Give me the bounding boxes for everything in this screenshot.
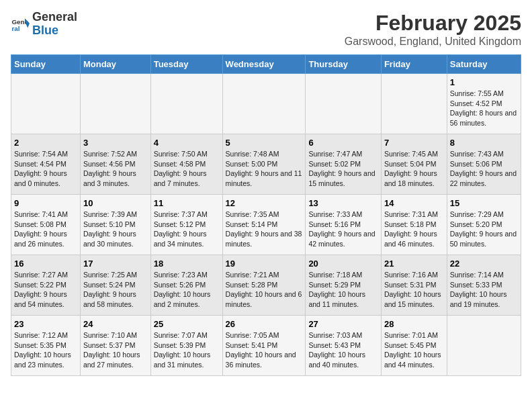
day-info: Sunrise: 7:29 AM Sunset: 5:20 PM Dayligh… [450, 210, 518, 249]
day-number: 18 [154, 259, 220, 269]
day-info: Sunrise: 7:27 AM Sunset: 5:22 PM Dayligh… [14, 270, 77, 310]
calendar-table: Sunday Monday Tuesday Wednesday Thursday… [11, 54, 521, 376]
day-number: 27 [308, 319, 378, 329]
calendar-cell: 18Sunrise: 7:23 AM Sunset: 5:26 PM Dayli… [150, 255, 222, 316]
calendar-cell: 1Sunrise: 7:55 AM Sunset: 4:52 PM Daylig… [447, 74, 521, 134]
calendar-cell: 19Sunrise: 7:21 AM Sunset: 5:28 PM Dayli… [222, 255, 306, 316]
calendar-cell [80, 74, 150, 134]
day-number: 9 [14, 198, 77, 208]
day-number: 3 [83, 138, 148, 148]
day-info: Sunrise: 7:10 AM Sunset: 5:37 PM Dayligh… [83, 330, 148, 370]
day-number: 12 [226, 198, 303, 208]
day-info: Sunrise: 7:55 AM Sunset: 4:52 PM Dayligh… [450, 89, 518, 128]
day-number: 11 [154, 198, 220, 208]
calendar-cell: 24Sunrise: 7:10 AM Sunset: 5:37 PM Dayli… [80, 316, 150, 376]
calendar-cell: 10Sunrise: 7:39 AM Sunset: 5:10 PM Dayli… [80, 195, 150, 255]
calendar-cell [381, 74, 447, 134]
day-info: Sunrise: 7:50 AM Sunset: 4:58 PM Dayligh… [154, 149, 220, 189]
col-sunday: Sunday [11, 55, 81, 74]
day-number: 13 [308, 198, 378, 208]
day-info: Sunrise: 7:35 AM Sunset: 5:14 PM Dayligh… [226, 210, 303, 249]
day-info: Sunrise: 7:18 AM Sunset: 5:29 PM Dayligh… [308, 270, 378, 310]
calendar-cell: 4Sunrise: 7:50 AM Sunset: 4:58 PM Daylig… [150, 134, 222, 195]
day-info: Sunrise: 7:03 AM Sunset: 5:43 PM Dayligh… [308, 330, 378, 370]
day-number: 25 [154, 319, 220, 329]
calendar-cell: 26Sunrise: 7:05 AM Sunset: 5:41 PM Dayli… [222, 316, 306, 376]
day-number: 6 [308, 138, 378, 148]
calendar-cell: 2Sunrise: 7:54 AM Sunset: 4:54 PM Daylig… [11, 134, 81, 195]
calendar-cell: 3Sunrise: 7:52 AM Sunset: 4:56 PM Daylig… [80, 134, 150, 195]
day-number: 15 [450, 198, 518, 208]
day-info: Sunrise: 7:21 AM Sunset: 5:28 PM Dayligh… [226, 270, 303, 310]
day-number: 8 [450, 138, 518, 148]
calendar-cell [222, 74, 306, 134]
calendar-cell: 20Sunrise: 7:18 AM Sunset: 5:29 PM Dayli… [306, 255, 382, 316]
calendar-cell: 16Sunrise: 7:27 AM Sunset: 5:22 PM Dayli… [11, 255, 81, 316]
calendar-week-row: 2Sunrise: 7:54 AM Sunset: 4:54 PM Daylig… [11, 134, 521, 195]
day-info: Sunrise: 7:01 AM Sunset: 5:45 PM Dayligh… [384, 330, 444, 370]
calendar-cell: 7Sunrise: 7:45 AM Sunset: 5:04 PM Daylig… [381, 134, 447, 195]
day-info: Sunrise: 7:54 AM Sunset: 4:54 PM Dayligh… [14, 149, 77, 189]
calendar-cell: 27Sunrise: 7:03 AM Sunset: 5:43 PM Dayli… [306, 316, 382, 376]
calendar-cell: 13Sunrise: 7:33 AM Sunset: 5:16 PM Dayli… [306, 195, 382, 255]
calendar-cell: 9Sunrise: 7:41 AM Sunset: 5:08 PM Daylig… [11, 195, 81, 255]
day-number: 23 [14, 319, 77, 329]
day-number: 7 [384, 138, 444, 148]
day-number: 22 [450, 259, 518, 269]
day-number: 1 [450, 77, 518, 87]
day-info: Sunrise: 7:33 AM Sunset: 5:16 PM Dayligh… [308, 210, 378, 249]
logo-text: General Blue [32, 11, 77, 38]
day-info: Sunrise: 7:14 AM Sunset: 5:33 PM Dayligh… [450, 270, 518, 310]
day-info: Sunrise: 7:12 AM Sunset: 5:35 PM Dayligh… [14, 330, 77, 370]
logo: Gene ral General Blue [11, 11, 77, 38]
day-info: Sunrise: 7:07 AM Sunset: 5:39 PM Dayligh… [154, 330, 220, 370]
calendar-cell: 12Sunrise: 7:35 AM Sunset: 5:14 PM Dayli… [222, 195, 306, 255]
calendar-cell: 17Sunrise: 7:25 AM Sunset: 5:24 PM Dayli… [80, 255, 150, 316]
day-number: 17 [83, 259, 148, 269]
calendar-cell: 25Sunrise: 7:07 AM Sunset: 5:39 PM Dayli… [150, 316, 222, 376]
calendar-cell [306, 74, 382, 134]
page-subtitle: Garswood, England, United Kingdom [345, 36, 521, 48]
col-monday: Monday [80, 55, 150, 74]
calendar-cell: 14Sunrise: 7:31 AM Sunset: 5:18 PM Dayli… [381, 195, 447, 255]
col-friday: Friday [381, 55, 447, 74]
calendar-cell: 28Sunrise: 7:01 AM Sunset: 5:45 PM Dayli… [381, 316, 447, 376]
day-number: 2 [14, 138, 77, 148]
day-info: Sunrise: 7:31 AM Sunset: 5:18 PM Dayligh… [384, 210, 444, 249]
day-number: 21 [384, 259, 444, 269]
calendar-cell: 8Sunrise: 7:43 AM Sunset: 5:06 PM Daylig… [447, 134, 521, 195]
col-thursday: Thursday [306, 55, 382, 74]
col-tuesday: Tuesday [150, 55, 222, 74]
day-info: Sunrise: 7:43 AM Sunset: 5:06 PM Dayligh… [450, 149, 518, 189]
page-title: February 2025 [345, 11, 521, 36]
calendar-cell [11, 74, 81, 134]
calendar-cell [150, 74, 222, 134]
title-block: February 2025 Garswood, England, United … [345, 11, 521, 48]
calendar-week-row: 16Sunrise: 7:27 AM Sunset: 5:22 PM Dayli… [11, 255, 521, 316]
day-number: 19 [226, 259, 303, 269]
day-info: Sunrise: 7:16 AM Sunset: 5:31 PM Dayligh… [384, 270, 444, 310]
day-info: Sunrise: 7:45 AM Sunset: 5:04 PM Dayligh… [384, 149, 444, 189]
svg-text:ral: ral [11, 25, 19, 32]
calendar-cell: 15Sunrise: 7:29 AM Sunset: 5:20 PM Dayli… [447, 195, 521, 255]
calendar-week-row: 1Sunrise: 7:55 AM Sunset: 4:52 PM Daylig… [11, 74, 521, 134]
day-number: 26 [226, 319, 303, 329]
col-saturday: Saturday [447, 55, 521, 74]
day-number: 4 [154, 138, 220, 148]
day-info: Sunrise: 7:25 AM Sunset: 5:24 PM Dayligh… [83, 270, 148, 310]
day-info: Sunrise: 7:39 AM Sunset: 5:10 PM Dayligh… [83, 210, 148, 249]
day-info: Sunrise: 7:41 AM Sunset: 5:08 PM Dayligh… [14, 210, 77, 249]
day-number: 16 [14, 259, 77, 269]
day-info: Sunrise: 7:23 AM Sunset: 5:26 PM Dayligh… [154, 270, 220, 310]
day-info: Sunrise: 7:37 AM Sunset: 5:12 PM Dayligh… [154, 210, 220, 249]
day-number: 20 [308, 259, 378, 269]
calendar-cell: 6Sunrise: 7:47 AM Sunset: 5:02 PM Daylig… [306, 134, 382, 195]
day-info: Sunrise: 7:05 AM Sunset: 5:41 PM Dayligh… [226, 330, 303, 370]
day-number: 28 [384, 319, 444, 329]
calendar-cell: 5Sunrise: 7:48 AM Sunset: 5:00 PM Daylig… [222, 134, 306, 195]
calendar-cell: 11Sunrise: 7:37 AM Sunset: 5:12 PM Dayli… [150, 195, 222, 255]
calendar-cell: 21Sunrise: 7:16 AM Sunset: 5:31 PM Dayli… [381, 255, 447, 316]
day-number: 5 [226, 138, 303, 148]
calendar-cell: 22Sunrise: 7:14 AM Sunset: 5:33 PM Dayli… [447, 255, 521, 316]
calendar-cell [447, 316, 521, 376]
